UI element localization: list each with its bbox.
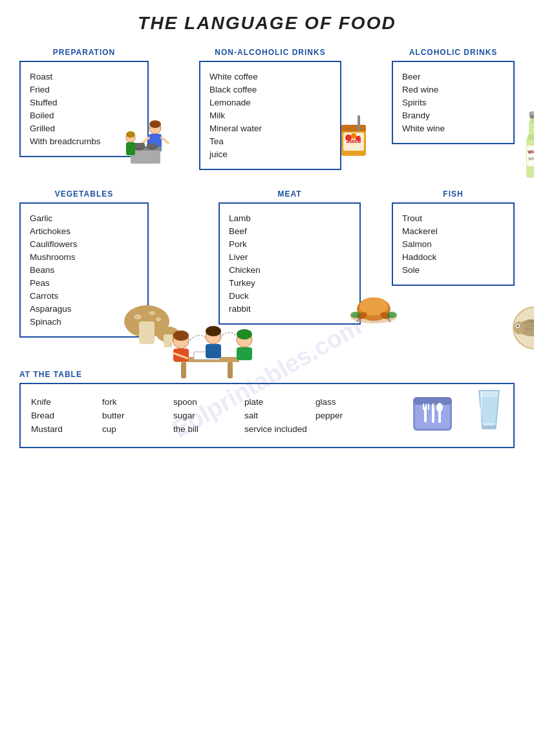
svg-rect-16 [358, 115, 360, 131]
juice-illustration: Juice [332, 112, 377, 164]
alcoholic-label: ALCOHOLIC DRINKS [392, 48, 515, 57]
list-item: Mustard [31, 424, 102, 434]
list-item: fork [102, 397, 173, 407]
list-item: Milk [209, 111, 331, 120]
svg-text:Wine: Wine [528, 149, 534, 154]
list-item: Beans [30, 265, 138, 275]
svg-point-34 [149, 311, 155, 315]
meat-section: MEAT Lamb Beef Pork Liver Chicken Turkey… [219, 189, 361, 338]
svg-rect-64 [206, 344, 221, 358]
list-item: service included [244, 424, 387, 434]
list-item: Liver [229, 252, 350, 262]
list-item: Black coffee [209, 85, 331, 94]
cutlery-box-illustration [410, 391, 455, 436]
svg-text:White: White [528, 156, 534, 160]
vegetables-label: VEGETABLES [19, 189, 149, 199]
svg-point-59 [173, 330, 189, 341]
svg-marker-80 [480, 397, 498, 423]
glass-illustration [471, 387, 507, 436]
list-item: Mushrooms [30, 252, 138, 262]
list-item: butter [102, 411, 173, 420]
list-item: White wine [402, 124, 504, 133]
top-row: PREPARATION Roast Fried Stuffed Boiled G… [19, 48, 515, 170]
list-item: Brandy [402, 111, 504, 120]
list-item: Beef [229, 226, 350, 236]
list-item: Garlic [30, 213, 138, 223]
list-item: Turkey [229, 278, 350, 288]
non-alcoholic-label: NON-ALCOHOLIC DRINKS [199, 48, 341, 57]
svg-point-1 [149, 120, 161, 128]
list-item: Knife [31, 397, 102, 407]
list-item: Cauliflowers [30, 239, 138, 249]
svg-rect-15 [341, 125, 366, 131]
list-item: spoon [173, 397, 244, 407]
svg-rect-72 [423, 404, 424, 410]
list-item: Red wine [402, 85, 504, 94]
svg-rect-67 [237, 347, 252, 360]
svg-point-20 [351, 133, 356, 138]
at-the-table-label: AT THE TABLE [19, 370, 515, 379]
svg-rect-27 [527, 146, 534, 166]
list-item: Chicken [229, 265, 350, 275]
fish-section: FISH Trout Mackerel Salmon Haddock Sole [392, 189, 515, 338]
svg-rect-73 [425, 404, 427, 410]
svg-point-52 [517, 325, 519, 327]
list-item: Stuffed [30, 98, 138, 107]
svg-rect-74 [428, 404, 429, 410]
svg-rect-81 [482, 426, 497, 429]
at-the-table-section: AT THE TABLE Knife fork spoon plate glas… [19, 370, 515, 448]
list-item: Bread [31, 411, 102, 420]
list-item: salt [244, 411, 315, 420]
svg-rect-55 [181, 362, 186, 378]
svg-point-78 [436, 403, 443, 412]
list-item: Tea [209, 136, 331, 146]
svg-point-33 [134, 314, 142, 319]
svg-point-66 [237, 329, 252, 340]
svg-point-21 [356, 136, 361, 141]
fish-box: Trout Mackerel Salmon Haddock Sole [392, 202, 515, 286]
list-item: Haddock [402, 252, 504, 262]
page-title: THE LANGUAGE OF FOOD [19, 13, 515, 34]
svg-point-19 [345, 135, 352, 141]
preparation-section: PREPARATION Roast Fried Stuffed Boiled G… [19, 48, 149, 170]
list-item: rabbit [229, 304, 350, 314]
svg-point-45 [350, 312, 361, 318]
list-item: Spirits [402, 98, 504, 107]
list-item: pepper [315, 411, 387, 420]
at-the-table-box: Knife fork spoon plate glass Bread butte… [19, 383, 515, 448]
svg-point-50 [514, 321, 524, 334]
vegetables-section: VEGETABLES Garlic Artichokes Cauliflower… [19, 189, 149, 338]
list-item: Fried [30, 85, 138, 94]
list-item: plate [244, 397, 315, 407]
alcoholic-box: Beer Red wine Spirits Brandy White wine [392, 61, 515, 144]
svg-point-63 [206, 326, 221, 336]
meat-label: MEAT [219, 189, 361, 199]
svg-point-12 [126, 131, 135, 138]
svg-rect-24 [528, 135, 534, 140]
list-item: Mineral water [209, 124, 331, 133]
wine-bottle-illustration: Wine White [515, 99, 534, 183]
non-alcoholic-box: White coffee Black coffee Lemonade Milk … [199, 61, 341, 170]
list-item: White coffee [209, 72, 331, 81]
list-item: Artichokes [30, 226, 138, 236]
list-item: sugar [173, 411, 244, 420]
svg-line-4 [162, 138, 168, 143]
svg-rect-13 [126, 142, 135, 155]
list-item: Mackerel [402, 226, 504, 236]
people-illustration [149, 318, 265, 383]
list-item: glass [315, 397, 387, 407]
svg-rect-10 [147, 144, 157, 148]
list-item: Lemonade [209, 98, 331, 107]
list-item: the bill [173, 424, 244, 434]
list-item: Trout [402, 213, 504, 223]
mid-row: VEGETABLES Garlic Artichokes Cauliflower… [19, 189, 515, 338]
fish-illustration [505, 299, 534, 351]
meat-box: Lamb Beef Pork Liver Chicken Turkey Duck… [219, 202, 361, 325]
fish-label: FISH [392, 189, 515, 199]
list-item: Lamb [229, 213, 350, 223]
list-item: cup [102, 424, 173, 434]
alcoholic-section: ALCOHOLIC DRINKS Beer Red wine Spirits B… [392, 48, 515, 170]
list-item: Roast [30, 72, 138, 81]
list-item: Beer [402, 72, 504, 81]
cooking-illustration [116, 118, 181, 177]
